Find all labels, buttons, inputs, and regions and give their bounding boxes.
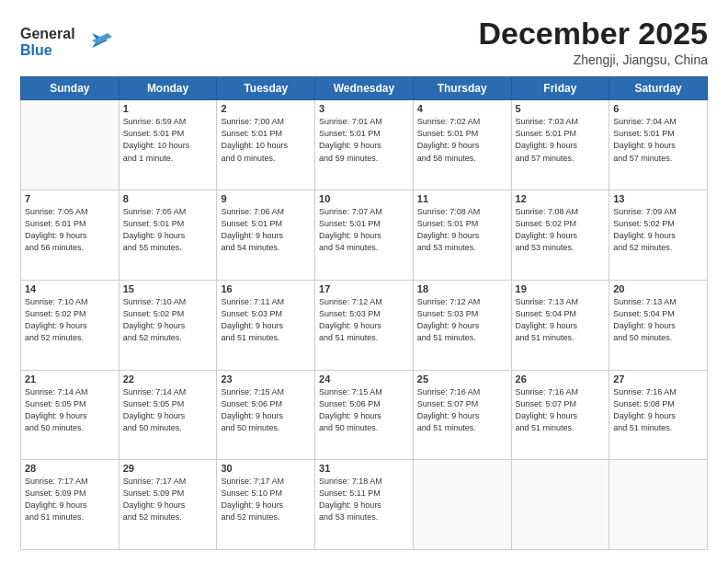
day-number: 29: [123, 463, 213, 474]
calendar-cell: 21Sunrise: 7:14 AMSunset: 5:05 PMDayligh…: [21, 370, 119, 460]
calendar-cell: [21, 100, 119, 190]
day-info: Sunrise: 7:04 AMSunset: 5:01 PMDaylight:…: [613, 116, 703, 164]
calendar-cell: 28Sunrise: 7:17 AMSunset: 5:09 PMDayligh…: [21, 460, 119, 550]
weekday-header: Monday: [119, 77, 217, 100]
calendar-cell: 1Sunrise: 6:59 AMSunset: 5:01 PMDaylight…: [119, 100, 217, 190]
calendar-cell: 13Sunrise: 7:09 AMSunset: 5:02 PMDayligh…: [609, 190, 708, 281]
header: General Blue December 2025 Zhengji, Jian…: [20, 17, 708, 67]
day-info: Sunrise: 7:13 AMSunset: 5:04 PMDaylight:…: [613, 296, 703, 344]
day-number: 7: [25, 193, 115, 204]
calendar-week-row: 14Sunrise: 7:10 AMSunset: 5:02 PMDayligh…: [21, 280, 708, 370]
day-info: Sunrise: 7:16 AMSunset: 5:07 PMDaylight:…: [417, 386, 507, 434]
day-number: 27: [613, 373, 703, 385]
calendar-cell: 19Sunrise: 7:13 AMSunset: 5:04 PMDayligh…: [511, 280, 609, 370]
day-info: Sunrise: 7:06 AMSunset: 5:01 PMDaylight:…: [221, 206, 311, 254]
calendar-cell: 25Sunrise: 7:16 AMSunset: 5:07 PMDayligh…: [413, 370, 511, 460]
calendar-cell: 7Sunrise: 7:05 AMSunset: 5:01 PMDaylight…: [21, 190, 119, 281]
day-number: 25: [417, 373, 507, 385]
day-info: Sunrise: 7:17 AMSunset: 5:09 PMDaylight:…: [123, 476, 213, 523]
day-info: Sunrise: 7:12 AMSunset: 5:03 PMDaylight:…: [417, 296, 507, 344]
day-info: Sunrise: 7:03 AMSunset: 5:01 PMDaylight:…: [516, 116, 606, 164]
day-info: Sunrise: 7:10 AMSunset: 5:02 PMDaylight:…: [123, 296, 213, 344]
day-info: Sunrise: 7:15 AMSunset: 5:06 PMDaylight:…: [319, 386, 409, 434]
day-info: Sunrise: 7:13 AMSunset: 5:04 PMDaylight:…: [516, 296, 606, 344]
calendar-cell: 2Sunrise: 7:00 AMSunset: 5:01 PMDaylight…: [217, 100, 315, 190]
day-number: 2: [221, 103, 311, 114]
calendar-cell: 11Sunrise: 7:08 AMSunset: 5:01 PMDayligh…: [413, 190, 511, 281]
day-number: 18: [417, 283, 507, 294]
day-number: 22: [123, 373, 213, 385]
day-info: Sunrise: 7:16 AMSunset: 5:08 PMDaylight:…: [613, 386, 703, 434]
day-info: Sunrise: 7:17 AMSunset: 5:09 PMDaylight:…: [25, 476, 115, 523]
weekday-header-row: SundayMondayTuesdayWednesdayThursdayFrid…: [21, 77, 708, 100]
calendar-cell: 15Sunrise: 7:10 AMSunset: 5:02 PMDayligh…: [119, 280, 217, 370]
calendar-cell: 12Sunrise: 7:08 AMSunset: 5:02 PMDayligh…: [511, 190, 609, 281]
calendar-cell: 30Sunrise: 7:17 AMSunset: 5:10 PMDayligh…: [217, 460, 315, 550]
weekday-header: Friday: [511, 77, 609, 100]
day-number: 14: [25, 283, 115, 294]
day-number: 26: [516, 373, 606, 385]
day-info: Sunrise: 7:10 AMSunset: 5:02 PMDaylight:…: [25, 296, 115, 344]
calendar-cell: 16Sunrise: 7:11 AMSunset: 5:03 PMDayligh…: [217, 280, 315, 370]
day-number: 10: [319, 193, 409, 204]
day-info: Sunrise: 7:08 AMSunset: 5:01 PMDaylight:…: [417, 206, 507, 254]
day-number: 1: [123, 103, 213, 114]
day-number: 12: [516, 193, 606, 204]
calendar-cell: 29Sunrise: 7:17 AMSunset: 5:09 PMDayligh…: [119, 460, 217, 550]
day-info: Sunrise: 7:01 AMSunset: 5:01 PMDaylight:…: [319, 116, 409, 164]
svg-text:Blue: Blue: [20, 42, 52, 58]
day-info: Sunrise: 7:16 AMSunset: 5:07 PMDaylight:…: [516, 386, 606, 434]
day-info: Sunrise: 7:02 AMSunset: 5:01 PMDaylight:…: [417, 116, 507, 164]
calendar-week-row: 1Sunrise: 6:59 AMSunset: 5:01 PMDaylight…: [21, 100, 708, 190]
day-number: 21: [25, 373, 115, 385]
day-number: 8: [123, 193, 213, 204]
day-number: 15: [123, 283, 213, 294]
day-info: Sunrise: 7:18 AMSunset: 5:11 PMDaylight:…: [319, 476, 409, 523]
day-info: Sunrise: 7:00 AMSunset: 5:01 PMDaylight:…: [221, 116, 311, 164]
logo-svg: General Blue: [20, 20, 121, 61]
calendar-cell: 14Sunrise: 7:10 AMSunset: 5:02 PMDayligh…: [21, 280, 119, 370]
day-number: 23: [221, 373, 311, 385]
day-info: Sunrise: 7:05 AMSunset: 5:01 PMDaylight:…: [25, 206, 115, 254]
calendar-cell: 31Sunrise: 7:18 AMSunset: 5:11 PMDayligh…: [315, 460, 414, 550]
logo: General Blue: [20, 20, 121, 64]
calendar-cell: 8Sunrise: 7:05 AMSunset: 5:01 PMDaylight…: [119, 190, 217, 281]
day-info: Sunrise: 7:14 AMSunset: 5:05 PMDaylight:…: [123, 386, 213, 434]
logo-text: General Blue: [20, 20, 121, 64]
day-number: 6: [613, 103, 703, 114]
day-number: 30: [221, 463, 311, 474]
weekday-header: Thursday: [413, 77, 511, 100]
month-title: December 2025: [478, 17, 708, 51]
weekday-header: Tuesday: [217, 77, 315, 100]
day-number: 20: [613, 283, 703, 294]
calendar-cell: [609, 460, 708, 550]
day-info: Sunrise: 7:09 AMSunset: 5:02 PMDaylight:…: [613, 206, 703, 254]
calendar-cell: 6Sunrise: 7:04 AMSunset: 5:01 PMDaylight…: [609, 100, 708, 190]
day-info: Sunrise: 7:14 AMSunset: 5:05 PMDaylight:…: [25, 386, 115, 434]
day-number: 19: [516, 283, 606, 294]
calendar-cell: [413, 460, 511, 550]
calendar-cell: 24Sunrise: 7:15 AMSunset: 5:06 PMDayligh…: [315, 370, 414, 460]
day-number: 24: [319, 373, 409, 385]
page: General Blue December 2025 Zhengji, Jian…: [0, 0, 728, 563]
day-number: 11: [417, 193, 507, 204]
calendar-week-row: 21Sunrise: 7:14 AMSunset: 5:05 PMDayligh…: [21, 370, 708, 460]
day-info: Sunrise: 7:07 AMSunset: 5:01 PMDaylight:…: [319, 206, 409, 254]
calendar-week-row: 28Sunrise: 7:17 AMSunset: 5:09 PMDayligh…: [21, 460, 708, 550]
day-info: Sunrise: 6:59 AMSunset: 5:01 PMDaylight:…: [123, 116, 213, 164]
day-number: 3: [319, 103, 409, 114]
day-number: 13: [613, 193, 703, 204]
calendar-cell: [511, 460, 609, 550]
location-subtitle: Zhengji, Jiangsu, China: [478, 52, 708, 67]
calendar-cell: 5Sunrise: 7:03 AMSunset: 5:01 PMDaylight…: [511, 100, 609, 190]
calendar-cell: 4Sunrise: 7:02 AMSunset: 5:01 PMDaylight…: [413, 100, 511, 190]
calendar-week-row: 7Sunrise: 7:05 AMSunset: 5:01 PMDaylight…: [21, 190, 708, 281]
day-number: 5: [516, 103, 606, 114]
svg-text:General: General: [20, 26, 75, 41]
calendar-cell: 27Sunrise: 7:16 AMSunset: 5:08 PMDayligh…: [609, 370, 708, 460]
calendar-cell: 22Sunrise: 7:14 AMSunset: 5:05 PMDayligh…: [119, 370, 217, 460]
calendar-cell: 23Sunrise: 7:15 AMSunset: 5:06 PMDayligh…: [217, 370, 315, 460]
day-number: 31: [319, 463, 409, 474]
day-info: Sunrise: 7:12 AMSunset: 5:03 PMDaylight:…: [319, 296, 409, 344]
day-info: Sunrise: 7:11 AMSunset: 5:03 PMDaylight:…: [221, 296, 311, 344]
